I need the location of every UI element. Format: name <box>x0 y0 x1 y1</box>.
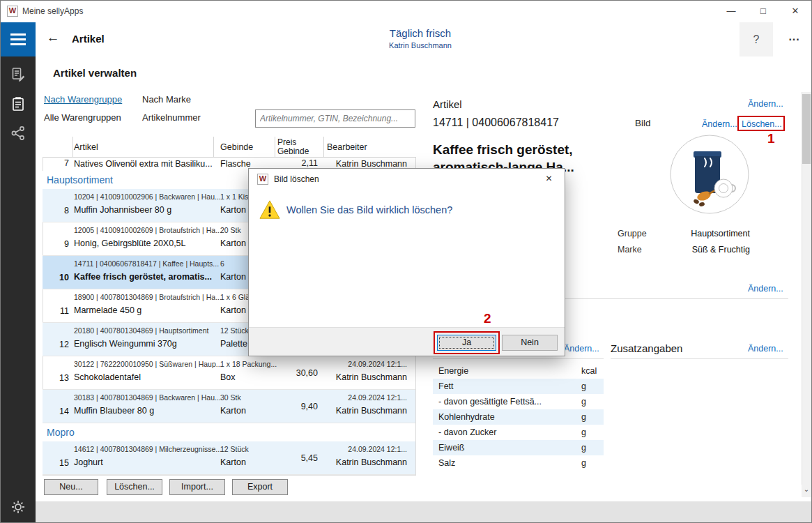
col-gebinde: Gebinde <box>220 142 253 152</box>
share-network-icon[interactable] <box>10 125 26 142</box>
marke-value: Süß & Fruchtig <box>666 245 750 255</box>
delete-button[interactable]: Löschen... <box>107 479 162 495</box>
filter-group-select[interactable]: Alle Warengruppen <box>44 112 121 123</box>
detail-section-title: Artikel <box>433 98 462 110</box>
row-number: 7 <box>43 158 69 168</box>
table-row[interactable]: 1514612 | 4007801304869 | Milcherzeugnis… <box>43 441 415 475</box>
article-number: 14711 | 04006067818417 <box>433 116 559 129</box>
hamburger-menu-button[interactable] <box>1 22 36 56</box>
group-header-mopro: Mopro <box>43 423 415 441</box>
zusatzangaben-change-link[interactable]: Ändern... <box>748 344 783 354</box>
app-window: W Meine sellyApps — □ ✕ ← Artikel Täglic… <box>0 0 812 523</box>
nutrition-row: Eiweißg <box>433 440 604 455</box>
close-button[interactable]: ✕ <box>779 1 811 22</box>
dialog-message: Wollen Sie das Bild wirklich löschen? <box>286 204 452 215</box>
annotation-box-1 <box>737 116 785 131</box>
left-section-divider <box>433 358 604 359</box>
nutrition-row: Energiekcal <box>433 363 604 379</box>
detail-change-link[interactable]: Ändern... <box>748 99 783 109</box>
account-user: Katrin Buschmann <box>316 41 525 50</box>
import-button[interactable]: Import... <box>169 479 225 495</box>
settings-gear-icon[interactable] <box>10 499 26 515</box>
table-row[interactable]: 1430183 | 4007801304869 | Backwaren | Ha… <box>43 390 415 423</box>
table-header: Artikel Gebinde PreisGebinde Bearbeiter <box>43 137 416 158</box>
app-header: ← Artikel Täglich frisch Katrin Buschman… <box>1 22 812 56</box>
filter-tab-warengruppe[interactable]: Nach Warengruppe <box>44 94 122 105</box>
col-bearbeiter: Bearbeiter <box>327 142 367 152</box>
preis-change-link[interactable]: Ändern... <box>748 284 783 294</box>
zusatzangaben-title: Zusatzangaben <box>611 342 682 354</box>
minimize-button[interactable]: — <box>715 1 747 22</box>
more-options-button[interactable]: ··· <box>776 22 812 56</box>
maximize-button[interactable]: □ <box>747 1 779 22</box>
search-input[interactable] <box>255 109 415 128</box>
window-title: Meine sellyApps <box>22 6 83 16</box>
row-gebinde: Flasche <box>220 159 251 169</box>
marke-label: Marke <box>618 245 642 255</box>
filter-tab-marke[interactable]: Nach Marke <box>142 94 191 105</box>
nutrition-row: Fettg <box>433 379 604 394</box>
filter-number-select[interactable]: Artikelnummer <box>142 112 201 123</box>
warning-icon <box>259 199 280 220</box>
dialog-close-icon[interactable]: ✕ <box>533 169 565 189</box>
documents-icon[interactable] <box>10 66 26 83</box>
confirm-dialog: W Bild löschen ✕ Wollen Sie das Bild wir… <box>248 168 565 356</box>
articles-icon[interactable] <box>10 96 26 112</box>
app-icon: W <box>7 6 18 17</box>
dialog-app-icon: W <box>257 174 268 185</box>
scrollbar-down-arrow-icon[interactable]: ⌄ <box>802 485 811 497</box>
annotation-box-2 <box>434 331 500 354</box>
account-title: Täglich frisch <box>316 27 525 39</box>
help-button[interactable]: ? <box>740 22 773 56</box>
gruppe-value: Hauptsortiment <box>666 229 750 238</box>
row-editor: Katrin Buschmann <box>323 159 410 169</box>
bild-label: Bild <box>635 118 651 128</box>
col-preis-gebinde: PreisGebinde <box>277 138 309 156</box>
title-bar: W Meine sellyApps — □ ✕ <box>1 1 812 22</box>
export-button[interactable]: Export <box>232 479 288 495</box>
row-preis: 2,11 <box>275 158 318 168</box>
back-arrow-icon[interactable]: ← <box>44 30 62 48</box>
article-title-line1: Kaffee frisch geröstet, <box>433 142 573 158</box>
page-title: Artikel <box>72 33 105 45</box>
annotation-number-1: 1 <box>767 131 775 146</box>
section-heading: Artikel verwalten <box>53 67 137 79</box>
table-row[interactable]: 1330122 | 7622200010950 | Süßwaren | Hau… <box>43 356 415 390</box>
status-strip <box>36 501 812 523</box>
product-image <box>670 135 749 214</box>
dialog-title: Bild löschen <box>274 174 319 184</box>
right-section-divider <box>611 358 788 359</box>
naehrwerte-change-link[interactable]: Ändern... <box>564 344 599 354</box>
annotation-number-2: 2 <box>484 311 491 326</box>
gruppe-label: Gruppe <box>618 229 647 238</box>
scrollbar-thumb[interactable] <box>802 94 811 164</box>
dialog-title-bar: W Bild löschen ✕ <box>249 169 565 190</box>
col-artikel: Artikel <box>74 142 98 152</box>
bild-change-link[interactable]: Ändern... <box>702 119 737 129</box>
nutrition-row: - davon gesättigte Fettsä...g <box>433 394 604 409</box>
nutrition-row: - davon Zuckerg <box>433 425 604 440</box>
row-name: Natives Olivenöl extra mit Basiliku... <box>74 159 213 169</box>
no-button[interactable]: Nein <box>502 335 558 351</box>
nutrition-row: Kohlenhydrateg <box>433 409 604 425</box>
new-button[interactable]: Neu... <box>44 479 98 495</box>
nutrition-row: Salzg <box>433 455 604 471</box>
